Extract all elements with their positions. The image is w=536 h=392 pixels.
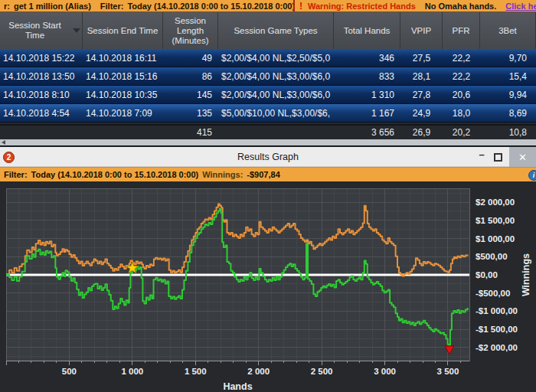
table-cell: 49	[163, 49, 218, 67]
column-header-session-length[interactable]: Session Length (Minutes)	[163, 12, 218, 49]
table-cell: $2,00/$4,00 NL,$3,00/$6,0	[218, 67, 334, 85]
y-tick-label: $500,00	[476, 252, 508, 261]
table-cell: 28,1	[400, 67, 443, 85]
column-header-3bet[interactable]: 3Bet	[480, 12, 536, 49]
table-cell: 833	[334, 67, 400, 85]
results-chart: 5001 0001 5002 0002 5003 0003 500$2 000,…	[0, 181, 536, 392]
player-label-prefix: r:	[4, 2, 10, 11]
table-cell: 14.10.2018 7:09	[83, 104, 163, 122]
results-graph-window: 2 Results Graph – ✕ Filter: Today (14.10…	[0, 145, 536, 392]
table-cell: 15,4	[480, 67, 536, 85]
y-tick-label: -$2 000,00	[476, 343, 518, 352]
window-controls: – ✕	[472, 147, 536, 167]
table-cell: 18,0	[443, 104, 480, 122]
table-cell: 14.10.2018 10:35	[83, 86, 163, 103]
filter-label: Filter:	[100, 2, 124, 11]
y-tick-label: $0,00	[476, 270, 498, 279]
summary-vpip: 26,9	[400, 126, 443, 139]
table-cell: 24,9	[400, 104, 443, 122]
table-cell: 14.10.2018 4:54	[0, 104, 83, 122]
info-icon[interactable]: i	[528, 170, 536, 181]
x-tick-label: 2 500	[311, 367, 333, 376]
x-tick-label: 1 500	[185, 367, 207, 376]
column-header-label: Session Start Time	[2, 21, 68, 41]
summary-pfr: 20,2	[443, 126, 480, 139]
warning-link[interactable]: Click here to un	[505, 2, 536, 11]
minimize-button[interactable]: –	[472, 151, 492, 163]
y-tick-label: $2 000,00	[476, 198, 515, 207]
top-filter-bar: r: get 1 million (Alias) Filter: Today (…	[0, 0, 536, 12]
column-header-label: VPIP	[411, 26, 431, 36]
y-tick-label: -$500,00	[476, 289, 510, 298]
y-tick-label: $1 500,00	[476, 216, 515, 225]
horizontal-scrollbar[interactable]	[0, 139, 536, 145]
y-axis-title: Winnings	[521, 253, 531, 296]
summary-3bet: 10,8	[480, 126, 536, 139]
table-cell: 346	[334, 49, 400, 67]
graph-filter-bar: Filter: Today (14.10.2018 0:00 to 15.10.…	[0, 167, 536, 181]
maximize-button[interactable]	[494, 153, 502, 162]
table-cell: 22,2	[443, 49, 480, 67]
column-header-total-hands[interactable]: Total Hands	[334, 12, 400, 49]
column-header-session-end[interactable]: Session End Time	[83, 12, 163, 49]
x-tick-label: 3 500	[437, 367, 459, 376]
table-cell: $5,00/$10,00 NL,$3,00/$6,	[218, 104, 334, 122]
column-header-pfr[interactable]: PFR	[443, 12, 480, 49]
summary-session-length: 415	[163, 126, 218, 139]
table-cell: 14.10.2018 15:16	[83, 67, 163, 85]
table-cell: 1 167	[334, 104, 400, 122]
player-name: get 1 million (Alias)	[14, 2, 91, 11]
sessions-table-body: 14.10.2018 15:2214.10.2018 16:1149$2,00/…	[0, 49, 536, 122]
close-button[interactable]: ✕	[509, 147, 536, 167]
table-cell: 27,8	[400, 86, 443, 103]
sort-desc-icon	[73, 28, 80, 33]
table-cell: 86	[163, 67, 218, 85]
table-cell: 22,2	[443, 67, 480, 85]
y-tick-label: -$1 000,00	[476, 306, 518, 315]
column-header-label: Total Hands	[344, 26, 391, 36]
x-tick-label: 1 000	[121, 367, 143, 376]
app-screen: r: get 1 million (Alias) Filter: Today (…	[0, 0, 536, 392]
table-cell: 20,6	[443, 86, 480, 103]
table-cell: 14.10.2018 15:22	[0, 49, 83, 67]
warning-icon: !	[299, 1, 302, 11]
column-header-game-types[interactable]: Session Game Types	[218, 12, 334, 49]
session-row[interactable]: 14.10.2018 15:2214.10.2018 16:1149$2,00/…	[0, 49, 536, 67]
x-tick-label: 2 000	[247, 367, 270, 376]
table-cell: 27,5	[400, 49, 443, 67]
summary-total-hands: 3 656	[334, 126, 400, 139]
window-title: Results Graph	[0, 152, 536, 162]
table-cell: 14.10.2018 16:11	[83, 49, 163, 67]
warning-zone: ! Warning: Restricted Hands No Omaha han…	[293, 0, 536, 12]
results-chart-svg: 5001 0001 5002 0002 5003 0003 500$2 000,…	[0, 181, 536, 392]
column-header-label: Session Length (Minutes)	[165, 16, 216, 46]
column-header-label: 3Bet	[498, 26, 517, 36]
table-cell: 14.10.2018 8:10	[0, 86, 83, 103]
x-axis-title: Hands	[223, 381, 252, 392]
winnings-label: Winnings:	[202, 170, 243, 179]
table-cell: 145	[163, 86, 218, 103]
y-tick-label: $1 000,00	[476, 234, 515, 243]
column-header-label: Session Game Types	[234, 26, 317, 36]
table-cell: 135	[163, 104, 218, 122]
session-row[interactable]: 14.10.2018 13:5014.10.2018 15:1686$2,00/…	[0, 67, 536, 86]
table-cell: $2,00/$4,00 NL,$3,00/$6,0	[218, 86, 334, 103]
column-header-label: PFR	[453, 26, 470, 36]
table-cell: 1 310	[334, 86, 400, 103]
graph-filter-value: Today (14.10.2018 0:00 to 15.10.2018 0:0…	[31, 170, 199, 179]
sessions-table-header: Session Start Time Session End Time Sess…	[0, 12, 536, 49]
session-row[interactable]: 14.10.2018 8:1014.10.2018 10:35145$2,00/…	[0, 86, 536, 104]
results-graph-titlebar: 2 Results Graph	[0, 147, 536, 167]
column-header-vpip[interactable]: VPIP	[400, 12, 443, 49]
warning-note: No Omaha hands.	[425, 2, 497, 11]
column-header-session-start[interactable]: Session Start Time	[0, 12, 83, 49]
warning-text: Warning: Restricted Hands	[308, 2, 416, 11]
winnings-value: -$907,84	[247, 170, 279, 179]
scroll-left-icon[interactable]	[2, 140, 5, 145]
x-tick-label: 500	[62, 367, 77, 376]
app-badge-icon: 2	[3, 152, 15, 163]
table-cell: $2,00/$4,00 NL,$2,50/$5,0	[218, 49, 334, 67]
table-cell: 9,70	[480, 49, 536, 67]
session-row[interactable]: 14.10.2018 4:5414.10.2018 7:09135$5,00/$…	[0, 104, 536, 122]
filter-value: Today (14.10.2018 0:00 to 15.10.2018 0:0…	[127, 2, 295, 11]
